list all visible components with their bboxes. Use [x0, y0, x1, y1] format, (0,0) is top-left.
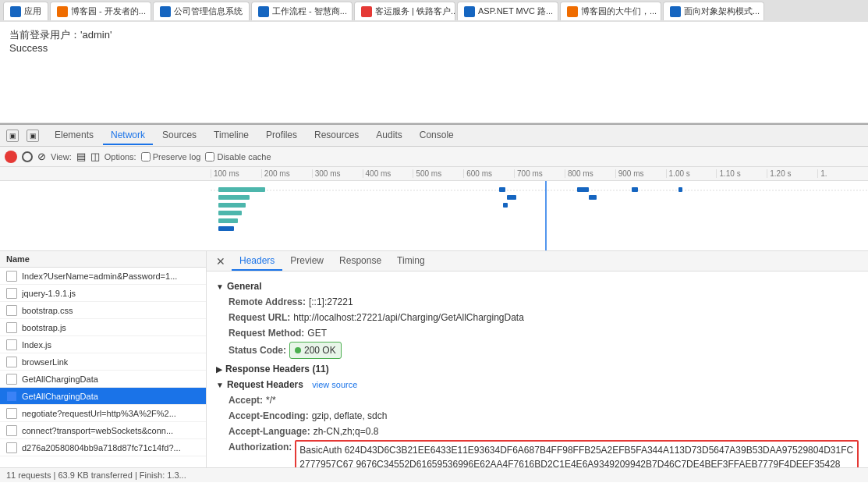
- clear-button[interactable]: [22, 151, 33, 162]
- status-bar: 11 requests | 63.9 KB transferred | Fini…: [0, 467, 868, 482]
- file-item-5[interactable]: browserLink: [0, 353, 206, 371]
- file-name-3: bootstrap.js: [22, 323, 66, 332]
- tick-100ms: 100 ms: [211, 169, 261, 178]
- detail-tab-response[interactable]: Response: [331, 252, 389, 271]
- request-url-val: http://localhost:27221/api/Charging/GetA…: [293, 311, 524, 325]
- detail-tab-timing[interactable]: Timing: [389, 252, 433, 271]
- file-name-0: Index?UserName=admin&Password=1...: [22, 272, 177, 281]
- auth-row: Authorization: BasicAuth 624D43D6C3B21EE…: [229, 440, 859, 467]
- tab-passenger[interactable]: 客运服务 | 铁路客户...: [354, 2, 455, 20]
- file-item-0[interactable]: Index?UserName=admin&Password=1...: [0, 268, 206, 285]
- auth-key: Authorization:: [229, 440, 292, 454]
- tab-aspnet[interactable]: ASP.NET MVC 路...: [457, 2, 558, 20]
- accept-encoding-key: Accept-Encoding:: [229, 409, 309, 423]
- tab-oop[interactable]: 面向对象架构模式...: [663, 2, 764, 20]
- svg-rect-12: [589, 195, 597, 200]
- tab-workflow-label: 工作流程 - 智慧商...: [272, 5, 347, 17]
- request-method-row: Request Method: GET: [229, 326, 859, 340]
- devtools-tabs: ▣ ▣ Elements Network Sources Timeline Pr…: [0, 125, 868, 147]
- bokeyuan-favicon: [57, 6, 68, 17]
- remote-address-key: Remote Address:: [229, 295, 306, 309]
- file-name-7: GetAllChargingData: [22, 392, 98, 401]
- tab-network[interactable]: Network: [103, 126, 153, 145]
- accept-language-key: Accept-Language:: [229, 424, 310, 438]
- file-item-3[interactable]: bootstrap.js: [0, 319, 206, 336]
- success-text: Success: [9, 42, 859, 54]
- device-icon[interactable]: ▣: [27, 130, 39, 142]
- file-item-1[interactable]: jquery-1.9.1.js: [0, 285, 206, 302]
- status-code-key: Status Code:: [229, 343, 286, 357]
- record-button[interactable]: [5, 151, 17, 163]
- detail-close-button[interactable]: ✕: [210, 255, 232, 268]
- file-item-6[interactable]: GetAllChargingData: [0, 371, 206, 388]
- tick-700ms: 700 ms: [514, 169, 565, 178]
- tab-bokeyuan[interactable]: 博客园 - 开发者的...: [50, 2, 151, 20]
- response-headers-section-title[interactable]: Response Headers (11): [216, 364, 859, 374]
- view-label: View:: [51, 152, 72, 161]
- preserve-log-checkbox[interactable]: [141, 152, 151, 161]
- file-icon-1: [6, 288, 17, 299]
- file-icon-8: [6, 408, 17, 419]
- devtools-panel: ▣ ▣ Elements Network Sources Timeline Pr…: [0, 123, 868, 482]
- login-text: 当前登录用户：'admin': [9, 28, 859, 42]
- svg-rect-8: [499, 187, 505, 192]
- tab-aspnet-label: ASP.NET MVC 路...: [478, 5, 553, 17]
- file-list-header: Name: [0, 251, 206, 268]
- accept-language-row: Accept-Language: zh-CN,zh;q=0.8: [229, 424, 859, 438]
- file-item-10[interactable]: d276a20580804bb9a718d87fc71c14fd?...: [0, 439, 206, 456]
- general-section-title[interactable]: General: [216, 281, 859, 292]
- tab-console[interactable]: Console: [412, 126, 462, 145]
- view-list-icon[interactable]: ▤: [76, 151, 86, 162]
- tick-600ms: 600 ms: [463, 169, 514, 178]
- status-dot: [295, 347, 301, 353]
- detail-tab-preview[interactable]: Preview: [282, 252, 331, 271]
- tick-400ms: 400 ms: [363, 169, 413, 178]
- tab-elements[interactable]: Elements: [47, 126, 101, 145]
- accept-encoding-val: gzip, deflate, sdch: [312, 409, 388, 423]
- svg-rect-4: [218, 211, 242, 215]
- tab-bokeyuan2-label: 博客园的大牛们，...: [581, 5, 657, 17]
- view-source-link[interactable]: view source: [312, 380, 357, 389]
- status-code-row: Status Code: 200 OK: [229, 342, 859, 359]
- file-item-2[interactable]: bootstrap.css: [0, 302, 206, 319]
- network-toolbar: ⊘ View: ▤ ◫ Options: Preserve log Disabl…: [0, 147, 868, 167]
- file-item-9[interactable]: connect?transport=webSockets&conn...: [0, 422, 206, 439]
- file-name-10: d276a20580804bb9a718d87fc71c14fd?...: [22, 443, 181, 453]
- file-item-8[interactable]: negotiate?requestUrl=http%3A%2F%2...: [0, 405, 206, 422]
- file-item-7[interactable]: GetAllChargingData: [0, 388, 206, 405]
- tab-workflow[interactable]: 工作流程 - 智慧商...: [251, 2, 353, 20]
- request-headers-section-title[interactable]: Request Headers view source: [216, 379, 859, 390]
- file-name-9: connect?transport=webSockets&conn...: [22, 426, 173, 435]
- company-favicon: [160, 6, 171, 17]
- tab-audits[interactable]: Audits: [368, 126, 409, 145]
- disable-cache-checkbox[interactable]: [205, 152, 214, 161]
- detail-tabs: ✕ Headers Preview Response Timing: [207, 251, 868, 272]
- tick-end: 1.: [817, 169, 868, 178]
- tab-sources[interactable]: Sources: [154, 126, 204, 145]
- elements-icon[interactable]: ▣: [6, 130, 19, 142]
- view-waterfall-icon[interactable]: ◫: [90, 151, 100, 162]
- tick-900ms: 900 ms: [615, 169, 666, 178]
- file-name-1: jquery-1.9.1.js: [22, 289, 76, 298]
- tab-company[interactable]: 公司管理信息系统: [153, 2, 250, 20]
- file-name-8: negotiate?requestUrl=http%3A%2F%2...: [22, 409, 176, 418]
- tick-800ms: 800 ms: [565, 169, 615, 178]
- remote-address-val: [::1]:27221: [309, 295, 353, 309]
- filter-icon[interactable]: ⊘: [37, 151, 46, 162]
- svg-rect-1: [218, 187, 265, 192]
- tab-apps[interactable]: 应用: [3, 2, 48, 20]
- svg-rect-3: [218, 203, 246, 208]
- detail-tab-headers[interactable]: Headers: [232, 252, 282, 271]
- tab-resources[interactable]: Resources: [306, 126, 367, 145]
- tab-profiles[interactable]: Profiles: [258, 126, 305, 145]
- file-name-6: GetAllChargingData: [22, 374, 98, 384]
- detail-content[interactable]: General Remote Address: [::1]:27221 Requ…: [207, 272, 868, 467]
- file-item-4[interactable]: Index.js: [0, 336, 206, 353]
- page-content: 当前登录用户：'admin' Success: [0, 22, 868, 123]
- tab-bokeyuan2[interactable]: 博客园的大牛们，...: [560, 2, 661, 20]
- tab-timeline[interactable]: Timeline: [206, 126, 257, 145]
- passenger-favicon: [361, 6, 372, 17]
- svg-rect-9: [507, 195, 516, 200]
- file-icon-9: [6, 425, 17, 436]
- svg-rect-2: [218, 195, 250, 200]
